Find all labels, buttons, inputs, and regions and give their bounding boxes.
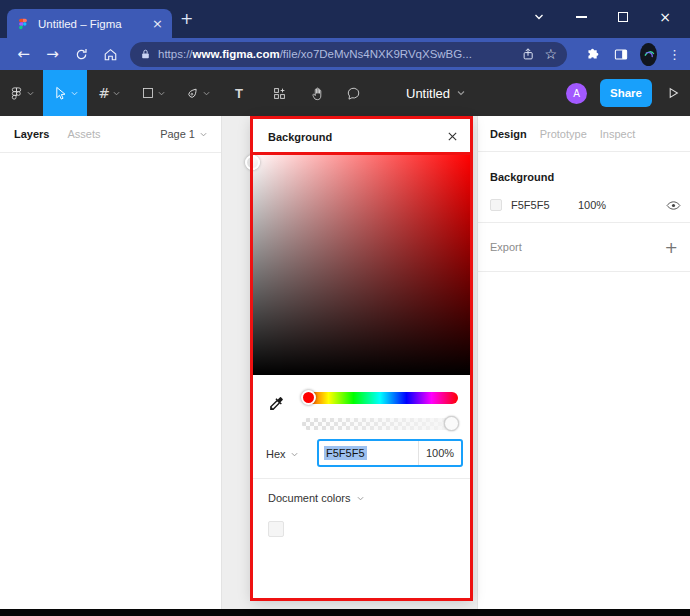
chevron-down-icon — [457, 89, 465, 97]
hex-value-text[interactable]: F5F5F5 — [324, 446, 367, 460]
extensions-puzzle-icon[interactable] — [585, 47, 600, 62]
forward-button[interactable]: → — [38, 47, 67, 62]
resources-tool-button[interactable] — [259, 70, 299, 116]
tab-assets[interactable]: Assets — [67, 128, 100, 140]
chevron-down-icon — [291, 451, 298, 458]
browser-addressbar: ← → https://www.figma.com/file/xo7DeMvNs… — [0, 38, 690, 70]
tab-layers[interactable]: Layers — [14, 128, 49, 140]
bookmark-star-icon[interactable]: ☆ — [544, 46, 557, 62]
visibility-eye-icon[interactable] — [666, 200, 681, 211]
tab-title: Untitled – Figma — [38, 18, 152, 30]
color-selector-ring[interactable] — [245, 155, 260, 170]
background-opacity-value[interactable]: 100% — [578, 199, 606, 211]
color-picker-title: Background — [268, 131, 332, 143]
figma-main-menu-button[interactable] — [0, 70, 43, 116]
window-close-button[interactable]: × — [644, 3, 686, 31]
text-tool-icon: T — [235, 86, 243, 101]
browser-menu-icon[interactable]: ⋮ — [668, 47, 681, 62]
background-hex-value[interactable]: F5F5F5 — [511, 199, 550, 211]
chevron-down-icon — [113, 90, 120, 97]
play-icon — [665, 85, 681, 101]
browser-titlebar: Untitled – Figma × + × — [0, 0, 690, 38]
document-colors-dropdown[interactable]: Document colors — [268, 492, 364, 504]
url-text: https://www.figma.com/file/xo7DeMvNs4NXK… — [158, 48, 512, 60]
alpha-gradient-overlay — [302, 418, 458, 430]
tab-prototype[interactable]: Prototype — [540, 128, 587, 140]
browser-tab[interactable]: Untitled – Figma × — [7, 9, 172, 38]
user-avatar[interactable]: A — [566, 83, 587, 104]
share-button[interactable]: Share — [600, 79, 652, 107]
back-button[interactable]: ← — [9, 47, 38, 62]
chevron-down-icon — [203, 90, 210, 97]
reload-button[interactable] — [67, 47, 96, 62]
chevron-down-icon — [27, 90, 34, 97]
rectangle-icon — [141, 86, 155, 100]
file-name: Untitled — [406, 86, 450, 101]
chevron-down-icon — [158, 90, 165, 97]
page-selector[interactable]: Page 1 — [160, 128, 207, 140]
chevron-down-icon — [71, 90, 78, 97]
present-button[interactable] — [665, 85, 681, 101]
chevron-down-icon — [357, 495, 364, 502]
background-section-title: Background — [490, 171, 554, 183]
properties-panel: Design Prototype Inspect Background F5F5… — [477, 116, 690, 609]
side-panel-icon[interactable] — [613, 47, 629, 62]
minimize-button[interactable] — [560, 3, 602, 31]
components-icon — [272, 86, 287, 101]
cursor-icon — [52, 85, 68, 101]
page-label: Page 1 — [160, 128, 195, 140]
tab-inspect[interactable]: Inspect — [600, 128, 635, 140]
chevron-down-icon — [200, 131, 207, 138]
tab-design[interactable]: Design — [490, 128, 527, 140]
dialog-divider — [252, 478, 471, 479]
layers-panel: Layers Assets Page 1 — [0, 116, 222, 609]
window-menu-chevron-icon[interactable] — [518, 3, 560, 31]
alpha-slider[interactable] — [302, 418, 458, 430]
window-bottom-edge — [0, 609, 690, 616]
opacity-input[interactable]: 100% — [419, 447, 461, 459]
hue-slider-knob[interactable] — [301, 390, 316, 405]
color-picker-dialog: Background Hex F5F5F5 — [252, 118, 471, 599]
home-button[interactable] — [96, 47, 125, 62]
new-tab-button[interactable]: + — [180, 11, 193, 27]
share-page-icon[interactable] — [521, 47, 535, 61]
comment-tool-button[interactable] — [335, 70, 371, 116]
export-section: Export + — [478, 223, 690, 272]
shape-tool-button[interactable] — [131, 70, 175, 116]
background-section: Background F5F5F5 100% — [478, 152, 690, 223]
file-name-menu[interactable]: Untitled — [406, 70, 465, 116]
move-tool-button[interactable] — [43, 70, 87, 116]
lock-icon — [140, 48, 151, 61]
browser-window: Untitled – Figma × + × ← → https://www.f… — [0, 0, 690, 616]
maximize-button[interactable] — [602, 3, 644, 31]
saturation-brightness-field[interactable] — [252, 155, 471, 375]
add-export-button[interactable]: + — [665, 238, 678, 257]
comment-bubble-icon — [346, 86, 361, 101]
hex-mode-label: Hex — [266, 448, 286, 460]
browser-profile-avatar[interactable] — [640, 43, 657, 66]
window-controls: × — [518, 2, 686, 32]
export-section-title: Export — [490, 241, 522, 253]
alpha-slider-knob[interactable] — [444, 416, 459, 431]
frame-tool-button[interactable]: # — [87, 70, 131, 116]
eyedropper-icon[interactable] — [268, 395, 285, 412]
pen-icon — [185, 86, 200, 101]
document-colors-label: Document colors — [268, 492, 351, 504]
hand-tool-button[interactable] — [299, 70, 335, 116]
pen-tool-button[interactable] — [175, 70, 219, 116]
hex-mode-dropdown[interactable]: Hex — [266, 448, 298, 460]
document-color-swatch[interactable] — [268, 521, 284, 537]
close-icon[interactable] — [447, 131, 458, 142]
address-bar-input[interactable]: https://www.figma.com/file/xo7DeMvNs4NXK… — [130, 42, 567, 67]
hand-icon — [310, 86, 325, 101]
tab-close-icon[interactable]: × — [152, 17, 163, 30]
frame-hash-icon: # — [98, 85, 110, 101]
figma-favicon-icon — [16, 17, 30, 31]
figma-toolbar: # T Untitled — [0, 70, 690, 116]
background-color-row: F5F5F5 100% — [490, 198, 681, 212]
text-tool-button[interactable]: T — [219, 70, 259, 116]
color-swatch[interactable] — [490, 199, 502, 211]
hue-slider[interactable] — [302, 392, 458, 404]
hex-input-field[interactable]: F5F5F5 100% — [317, 439, 463, 467]
